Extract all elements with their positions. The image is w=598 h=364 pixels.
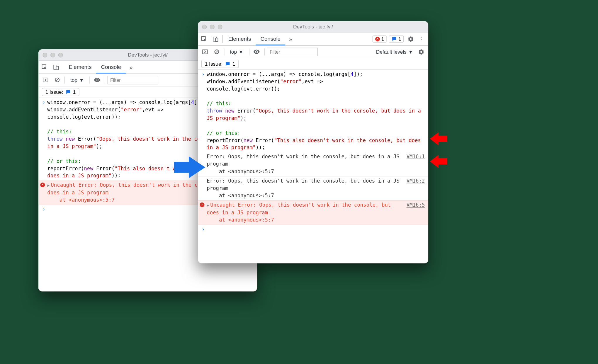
issues-bar: 1 Issue: 1 (198, 58, 428, 70)
console-settings-icon[interactable] (416, 49, 427, 55)
svg-rect-3 (43, 78, 48, 82)
svg-line-11 (215, 50, 218, 53)
issue-icon (225, 61, 230, 66)
minimize-dot[interactable] (50, 52, 55, 57)
settings-icon[interactable] (406, 36, 415, 42)
red-arrow-icon (430, 155, 447, 168)
log-message: Error: Oops, this doesn't work in the co… (207, 153, 403, 175)
error-icon (200, 203, 204, 207)
filter-input[interactable] (267, 47, 318, 56)
source-link[interactable]: VM16:5 (403, 202, 425, 224)
issues-count: 1 (73, 89, 76, 95)
devtools-window-right: DevTools - jec.fyi/ Elements Console » 1… (198, 21, 429, 263)
console-toolbar: top ▼ Default levels ▼ (198, 46, 428, 58)
tabs-overflow-icon[interactable]: » (285, 36, 296, 42)
clear-console-icon[interactable] (211, 49, 222, 55)
window-controls[interactable] (202, 24, 222, 29)
console-log-row[interactable]: Error: Oops, this doesn't work in the co… (198, 176, 428, 200)
window-title: DevTools - jec.fyi/ (198, 24, 428, 30)
window-controls[interactable] (43, 52, 63, 57)
issue-icon (65, 89, 70, 94)
expand-icon[interactable]: ▶ (207, 203, 209, 208)
console-log-row[interactable]: Error: Oops, this doesn't work in the co… (198, 152, 428, 176)
chevron-down-icon: ▼ (408, 49, 413, 55)
live-expression-icon[interactable] (252, 48, 262, 55)
close-dot[interactable] (202, 24, 207, 29)
kebab-menu-icon[interactable]: ⋮ (418, 36, 426, 42)
device-toolbar-icon[interactable] (210, 36, 222, 42)
issues-chip[interactable]: 1 Issue: 1 (42, 88, 79, 96)
inspect-icon[interactable] (39, 64, 50, 70)
issues-chip[interactable]: 1 Issue: 1 (201, 60, 239, 68)
live-expression-icon[interactable] (92, 76, 103, 83)
error-message: Uncaught Error: Oops, this doesn't work … (207, 202, 394, 223)
error-count-badge[interactable]: 1 (372, 35, 387, 42)
prompt-marker-icon: › (200, 226, 207, 233)
zoom-dot[interactable] (58, 52, 63, 57)
context-selector[interactable]: top ▼ (227, 48, 247, 55)
context-selector[interactable]: top ▼ (67, 76, 87, 84)
issues-label: 1 Issue: (45, 89, 63, 95)
input-marker-icon: › (200, 71, 207, 152)
tab-console[interactable]: Console (256, 33, 285, 45)
source-link[interactable]: VM16:1 (403, 153, 425, 175)
svg-rect-9 (203, 50, 207, 54)
input-marker-icon: › (40, 99, 47, 180)
blue-arrow-icon (174, 156, 205, 178)
svg-line-5 (56, 79, 59, 81)
console-prompt[interactable] (207, 226, 425, 233)
issue-icon (392, 36, 397, 41)
tab-elements[interactable]: Elements (64, 61, 96, 74)
svg-rect-8 (215, 38, 218, 41)
log-levels-selector[interactable]: Default levels ▼ (376, 49, 415, 55)
expand-icon[interactable]: ▶ (47, 183, 50, 188)
clear-console-icon[interactable] (52, 77, 62, 83)
titlebar[interactable]: DevTools - jec.fyi/ (198, 21, 428, 32)
toggle-sidebar-icon[interactable] (40, 77, 50, 83)
inspect-icon[interactable] (198, 36, 210, 42)
issue-count-badge[interactable]: 1 (389, 35, 404, 42)
red-arrow-icon (430, 132, 447, 145)
issues-count: 1 (232, 61, 235, 67)
prompt-marker-icon: › (40, 206, 47, 213)
main-tabbar: Elements Console » 1 1 ⋮ (198, 33, 428, 46)
toggle-sidebar-icon[interactable] (200, 49, 210, 55)
tab-console[interactable]: Console (96, 61, 125, 74)
error-icon (40, 183, 45, 187)
svg-rect-2 (56, 66, 58, 69)
log-message: Error: Oops, this doesn't work in the co… (207, 177, 403, 199)
chevron-down-icon: ▼ (79, 77, 84, 83)
minimize-dot[interactable] (210, 24, 215, 29)
chevron-down-icon: ▼ (238, 49, 243, 55)
tabs-overflow-icon[interactable]: » (126, 64, 137, 70)
tab-elements[interactable]: Elements (224, 33, 256, 45)
device-toolbar-icon[interactable] (50, 64, 62, 70)
console-body[interactable]: › window.onerror = (...args) => console.… (198, 70, 428, 263)
console-error-row[interactable]: ▶Uncaught Error: Oops, this doesn't work… (198, 200, 428, 225)
zoom-dot[interactable] (218, 24, 222, 29)
console-input-code: window.onerror = (...args) => console.lo… (207, 71, 425, 152)
close-dot[interactable] (43, 52, 47, 57)
issues-label: 1 Issue: (205, 61, 223, 67)
source-link[interactable]: VM16:2 (403, 177, 425, 199)
filter-input[interactable] (108, 76, 158, 84)
